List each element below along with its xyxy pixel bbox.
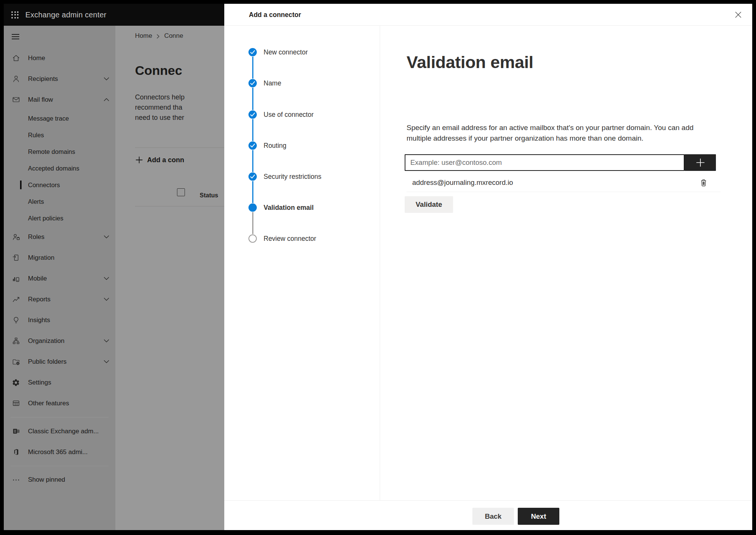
person-icon (11, 74, 20, 84)
sidebar-item-migration[interactable]: Migration (4, 247, 115, 268)
sidebar-item-insights[interactable]: Insights (4, 310, 115, 330)
sidebar-item-label: Migration (28, 254, 54, 262)
home-icon (11, 54, 20, 63)
sidebar-item-label: Other features (28, 400, 69, 407)
step-connector-line (252, 212, 254, 234)
step-label: Security restrictions (264, 173, 321, 181)
sidebar-item-microsoft-365[interactable]: Microsoft 365 admi... (4, 442, 115, 462)
sidebar-item-settings[interactable]: Settings (4, 372, 115, 393)
sidebar-item-label: Accepted domains (28, 165, 79, 172)
sidebar-item-connectors[interactable]: Connectors (4, 177, 115, 193)
migration-icon (11, 253, 20, 262)
step-current-dot-icon (248, 203, 257, 212)
sidebar-item-label: Microsoft 365 admi... (28, 448, 88, 456)
step-new-connector[interactable]: New connector (224, 48, 308, 57)
add-connector-button-label: Add a conn (147, 156, 184, 164)
chevron-down-icon (104, 296, 109, 302)
sidebar-item-other-features[interactable]: Other features (4, 393, 115, 414)
step-label: Review connector (264, 235, 316, 243)
trash-icon[interactable] (697, 176, 710, 189)
sidebar-item-rules[interactable]: Rules (4, 127, 115, 143)
step-label: New connector (264, 48, 308, 56)
chevron-down-icon (104, 276, 109, 281)
sidebar-item-label: Rules (28, 132, 44, 139)
roles-icon (11, 233, 20, 242)
sidebar-item-mobile[interactable]: Mobile (4, 268, 115, 289)
sidebar-item-label: Home (28, 54, 45, 62)
ellipsis-icon (11, 475, 20, 484)
sidebar-item-label: Connectors (28, 181, 60, 189)
sidebar-item-label: Public folders (28, 358, 67, 366)
sidebar-item-label: Reports (28, 296, 51, 303)
validation-email-heading: Validation email (407, 52, 533, 73)
step-complete-check-icon (248, 141, 257, 150)
sidebar-item-label: Alerts (28, 198, 44, 205)
add-connector-button[interactable]: Add a conn (135, 155, 184, 165)
app-title: Exchange admin center (25, 11, 106, 19)
sidebar-item-reports[interactable]: Reports (4, 289, 115, 310)
chevron-down-icon (104, 76, 109, 82)
sidebar-item-label: Settings (28, 379, 51, 386)
step-name[interactable]: Name (224, 79, 281, 88)
app-launcher-icon[interactable] (11, 11, 19, 19)
sidebar-item-label: Message trace (28, 115, 69, 122)
sidebar-item-message-trace[interactable]: Message trace (4, 110, 115, 127)
breadcrumb-current: Conne (164, 32, 183, 40)
step-upcoming-circle-icon (248, 234, 257, 243)
sidebar-item-label: Classic Exchange adm... (28, 428, 99, 435)
next-button[interactable]: Next (518, 508, 559, 525)
validation-email-description: Specify an email address for an active m… (407, 123, 694, 143)
sidebar-item-classic-exchange[interactable]: Classic Exchange adm... (4, 421, 115, 442)
validation-email-input[interactable] (405, 154, 685, 171)
sidebar-item-label: Mail flow (28, 96, 53, 104)
sidebar-item-accepted-domains[interactable]: Accepted domains (4, 160, 115, 177)
sidebar-item-public-folders[interactable]: Public folders (4, 351, 115, 372)
sidebar-item-show-pinned[interactable]: Show pinned (4, 471, 115, 489)
step-review-connector[interactable]: Review connector (224, 234, 316, 243)
sidebar-item-alerts[interactable]: Alerts (4, 193, 115, 210)
step-connector-line (252, 57, 254, 79)
hamburger-icon (12, 33, 19, 41)
step-routing[interactable]: Routing (224, 141, 286, 150)
status-column-header[interactable]: Status (200, 192, 218, 199)
sidebar-item-recipients[interactable]: Recipients (4, 68, 115, 89)
add-email-button[interactable] (685, 154, 716, 171)
microsoft-365-icon (11, 448, 20, 457)
breadcrumb-home-link[interactable]: Home (135, 32, 152, 40)
sidebar-item-mail-flow[interactable]: Mail flow (4, 89, 115, 110)
step-connector-line (252, 119, 254, 141)
sidebar-item-label: Remote domains (28, 148, 75, 155)
step-complete-check-icon (248, 79, 257, 87)
line-chart-icon (11, 295, 20, 304)
chevron-down-icon (104, 359, 109, 364)
step-label: Routing (264, 142, 286, 150)
sidebar-item-roles[interactable]: Roles (4, 226, 115, 247)
step-validation-email[interactable]: Validation email (224, 203, 314, 212)
sidebar-item-organization[interactable]: Organization (4, 330, 115, 351)
chevron-down-icon (104, 338, 109, 344)
dialog-title: Add a connector (249, 4, 301, 26)
close-icon[interactable] (733, 10, 743, 20)
sidebar-item-alert-policies[interactable]: Alert policies (4, 210, 115, 226)
mail-icon (11, 95, 20, 104)
sidebar-item-label: Show pinned (28, 476, 65, 484)
step-use-of-connector[interactable]: Use of connector (224, 110, 314, 119)
screen: Exchange admin center Home Recipients (4, 4, 752, 530)
dialog-header: Add a connector (224, 4, 752, 26)
sidebar-item-label: Alert policies (28, 215, 64, 222)
validation-email-address: address@journaling.mxrecord.io (412, 178, 513, 187)
sidebar-item-home[interactable]: Home (4, 48, 115, 68)
sidebar-item-label: Organization (28, 337, 64, 345)
step-security-restrictions[interactable]: Security restrictions (224, 172, 321, 181)
hamburger-menu-button[interactable] (4, 29, 115, 45)
sidebar-divider (11, 417, 109, 417)
plus-icon (135, 156, 143, 164)
org-chart-icon (11, 337, 20, 346)
classic-exchange-icon (11, 427, 20, 436)
sidebar-item-remote-domains[interactable]: Remote domains (4, 143, 115, 160)
select-all-checkbox[interactable] (177, 188, 185, 196)
back-button[interactable]: Back (472, 508, 514, 525)
validate-button[interactable]: Validate (405, 196, 453, 213)
step-complete-check-icon (248, 110, 257, 119)
step-connector-line (252, 150, 254, 172)
